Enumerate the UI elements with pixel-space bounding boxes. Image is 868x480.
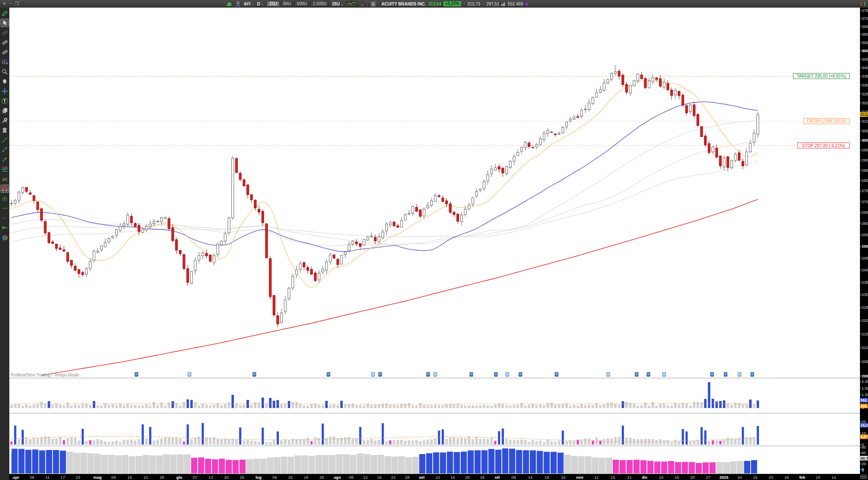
svg-text:40,790: 40,790: [861, 456, 868, 460]
trash-icon[interactable]: [0, 126, 9, 134]
window-minimize-button[interactable]: ─: [9, 0, 12, 8]
svg-text:lug: lug: [256, 475, 262, 480]
zigzag-icon[interactable]: [0, 165, 9, 173]
svg-text:320: 320: [862, 100, 868, 105]
svg-text:14: 14: [832, 475, 836, 480]
arrow-tool-icon[interactable]: [0, 155, 9, 164]
svg-text:10: 10: [816, 475, 821, 480]
chart-canvas[interactable]: TARGET 335,00 (+6,81%)ENTRY LOW 310,00ST…: [9, 8, 868, 480]
window-restore-button[interactable]: ❐: [15, 0, 19, 8]
svg-text:2025: 2025: [719, 475, 729, 480]
ruler-alt-icon[interactable]: [0, 48, 9, 56]
ruler-icon[interactable]: [0, 38, 9, 47]
tools-icon[interactable]: [0, 116, 9, 125]
instrument-title: ACUITY BRANDS INC.: [381, 2, 426, 6]
stop-level-label[interactable]: STOP 297,30 (-5,21%): [798, 142, 849, 148]
svg-text:06: 06: [349, 475, 354, 480]
svg-text:STOP 297,30 (-5,21%): STOP 297,30 (-5,21%): [802, 143, 845, 148]
segment-icon[interactable]: [0, 145, 9, 154]
down-arrow-icon: ↓: [482, 2, 484, 6]
svg-text:250: 250: [862, 244, 868, 248]
svg-text:255: 255: [862, 232, 868, 237]
svg-text:350: 350: [862, 48, 868, 53]
svg-text:552.469: 552.469: [861, 398, 868, 402]
pattern-icon[interactable]: [0, 175, 9, 183]
zoom-icon[interactable]: [0, 67, 9, 76]
svg-text:15: 15: [611, 475, 615, 480]
day-low: 297,51: [487, 2, 500, 6]
svg-text:375: 375: [862, 8, 868, 13]
svg-text:370: 370: [862, 16, 868, 21]
change-badge: +3,22%: [443, 1, 461, 6]
ellipsis-icon[interactable]: [0, 214, 9, 222]
svg-text:09: 09: [273, 475, 277, 480]
svg-text:24: 24: [561, 475, 566, 480]
cursor-pointer-icon[interactable]: [0, 19, 9, 27]
svg-text:205: 205: [862, 359, 868, 364]
svg-text:18: 18: [545, 475, 549, 480]
day-high: 313,73: [467, 2, 480, 6]
zoom-button-2.500u[interactable]: 2.500U: [310, 1, 329, 7]
chevron-down-icon[interactable]: ⌄: [360, 2, 364, 6]
svg-text:29: 29: [785, 475, 789, 480]
indicator-chart-icon[interactable]: F: [0, 58, 9, 66]
window-close-button[interactable]: ✕: [3, 0, 6, 8]
entry-level-label[interactable]: ENTRY LOW 310,00: [804, 118, 849, 124]
target-level-label[interactable]: TARGET 335,00 (+6,81%): [793, 73, 849, 79]
draw-pencil-icon[interactable]: [0, 9, 9, 17]
chevron-down-icon: ⌄: [251, 2, 254, 6]
zoom-button-25u[interactable]: 25U: [267, 1, 279, 7]
svg-text:360: 360: [862, 32, 868, 36]
svg-text:17: 17: [61, 475, 65, 480]
ruler-dark-icon[interactable]: [0, 28, 9, 37]
info-icon[interactable]: i: [370, 1, 376, 7]
duplicate-icon[interactable]: [0, 106, 9, 115]
svg-text:28: 28: [405, 475, 410, 480]
zoom-button-group: 25U50U500U2.500U: [267, 1, 329, 7]
svg-text:23: 23: [76, 475, 81, 480]
svg-text:6,8700: 6,8700: [861, 435, 868, 439]
move-icon[interactable]: [0, 87, 9, 95]
refresh-icon[interactable]: [860, 0, 866, 8]
zoom-button-500u[interactable]: 500U: [294, 1, 309, 7]
units-select[interactable]: 25U⌄: [332, 2, 343, 6]
zoom-button-50u[interactable]: 50U: [281, 1, 293, 7]
color-wheel-icon[interactable]: [0, 233, 9, 242]
symbol-select[interactable]: AYI⌄: [244, 2, 254, 6]
panel-handle-icon[interactable]: ⇕: [11, 449, 14, 453]
svg-text:10: 10: [737, 475, 742, 480]
svg-text:26: 26: [480, 475, 485, 480]
svg-text:12: 12: [363, 475, 368, 480]
svg-text:310: 310: [862, 119, 868, 123]
magnet-icon[interactable]: [0, 184, 9, 193]
svg-text:270: 270: [862, 199, 868, 204]
chevron-down-icon: ⌄: [261, 2, 264, 6]
axis-handle-icon[interactable]: ⇔: [11, 476, 14, 480]
svg-text:09: 09: [111, 475, 116, 480]
user-share-icon[interactable]: [235, 1, 241, 7]
svg-text:1.000k: 1.000k: [862, 393, 868, 397]
svg-text:07: 07: [193, 475, 198, 480]
pitchfork-icon[interactable]: [0, 194, 9, 203]
anchor-line-icon[interactable]: [0, 223, 9, 232]
svg-text:1.500k: 1.500k: [862, 386, 868, 391]
alert-bell-icon[interactable]: [0, 77, 9, 86]
svg-text:285: 285: [862, 168, 868, 173]
svg-text:21: 21: [627, 475, 632, 480]
volume-bars-icon: [501, 2, 506, 6]
last-price: 313,64: [428, 2, 441, 6]
svg-text:240: 240: [862, 268, 868, 272]
svg-text:325: 325: [862, 92, 868, 96]
trendline-icon[interactable]: [0, 136, 9, 144]
text-tool-icon[interactable]: T: [0, 97, 9, 105]
svg-text:10: 10: [659, 475, 664, 480]
hline-icon[interactable]: [0, 204, 9, 212]
svg-text:11: 11: [594, 475, 598, 480]
svg-text:feb: feb: [799, 475, 805, 480]
chart-style-icon[interactable]: [346, 1, 357, 7]
timeframe-select[interactable]: D⌄: [257, 2, 264, 6]
mini-candles-icon[interactable]: [226, 1, 232, 6]
svg-text:313,64: 313,64: [861, 112, 868, 117]
svg-text:22: 22: [391, 475, 396, 480]
chevron-down-icon: ⌄: [341, 2, 344, 6]
